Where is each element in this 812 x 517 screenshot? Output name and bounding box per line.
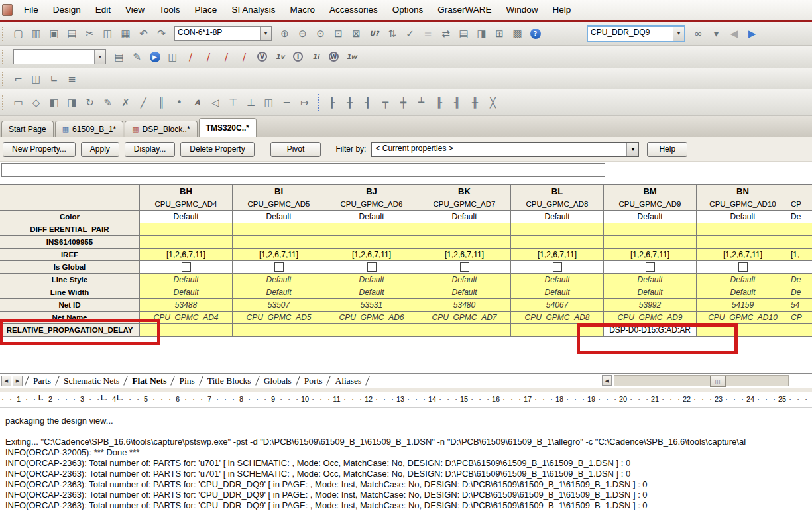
value-cell[interactable]: CPU_GPMC_AD7 bbox=[418, 312, 511, 324]
value-cell[interactable] bbox=[140, 223, 233, 236]
column-header-blank[interactable] bbox=[789, 185, 812, 198]
apply-button[interactable]: Apply bbox=[81, 142, 119, 157]
wire-tool-button[interactable]: ⌐ bbox=[10, 70, 27, 87]
column-header-bm[interactable]: BM bbox=[604, 185, 697, 198]
row-label-net-id[interactable]: Net ID bbox=[0, 299, 140, 312]
distribute-horizontal-button[interactable]: ╟ bbox=[431, 94, 447, 111]
cross-reference-button[interactable]: ⇄ bbox=[437, 25, 454, 42]
value-cell[interactable]: Default bbox=[233, 286, 325, 299]
mirror-vertical-button[interactable]: ◨ bbox=[64, 94, 80, 111]
value-cell[interactable] bbox=[604, 236, 697, 249]
value-cell[interactable]: CPU_GPMC_AD9 bbox=[604, 312, 697, 324]
value-cell[interactable]: [1,2,6,7,11] bbox=[511, 249, 604, 261]
value-cell[interactable]: 54067 bbox=[511, 299, 604, 312]
value-cell[interactable]: 53992 bbox=[604, 299, 697, 312]
tab-tms320c[interactable]: TMS320C..* bbox=[199, 118, 257, 137]
value-cell[interactable] bbox=[511, 223, 604, 236]
net-column-cpu-gpmc-ad7[interactable]: CPU_GPMC_AD7 bbox=[418, 198, 511, 211]
value-cell[interactable] bbox=[418, 223, 511, 236]
value-cell[interactable]: Default bbox=[697, 286, 789, 299]
value-cell[interactable] bbox=[233, 236, 325, 249]
sheet-tab-ports[interactable]: Ports bbox=[298, 376, 329, 386]
toolbar-grip[interactable] bbox=[2, 50, 6, 64]
print-button[interactable]: ▤ bbox=[64, 25, 80, 42]
menu-file[interactable]: File bbox=[17, 0, 46, 20]
value-cell[interactable] bbox=[604, 261, 697, 274]
net-column-cpu-gpmc-ad8[interactable]: CPU_GPMC_AD8 bbox=[511, 198, 604, 211]
cut-button[interactable]: ✂ bbox=[82, 25, 98, 42]
new-property-button[interactable]: New Property... bbox=[3, 142, 76, 157]
checkbox-unchecked[interactable] bbox=[274, 262, 284, 272]
simulation-profile-combo[interactable]: ▼ bbox=[13, 49, 106, 64]
application-icon[interactable] bbox=[2, 4, 13, 16]
value-cell[interactable]: Default bbox=[511, 274, 604, 286]
zoom-selection-button[interactable]: ◇ bbox=[28, 94, 44, 111]
rotate-button[interactable]: ↻ bbox=[82, 94, 98, 111]
voltage-marker-button[interactable]: ∕ bbox=[182, 48, 199, 65]
menu-design[interactable]: Design bbox=[46, 0, 88, 20]
menu-place[interactable]: Place bbox=[188, 0, 225, 20]
zoom-in-button[interactable]: ⊕ bbox=[276, 25, 293, 42]
annotate-button[interactable]: U? bbox=[366, 25, 382, 42]
checkbox-unchecked[interactable] bbox=[460, 262, 469, 272]
value-cell[interactable]: [1, bbox=[789, 249, 812, 261]
value-cell[interactable] bbox=[418, 324, 511, 337]
value-cell[interactable]: [1,2,6,7,11] bbox=[604, 249, 697, 261]
hscroll-thumb[interactable]: ||| bbox=[710, 376, 726, 387]
value-cell[interactable]: CPU_GPMC_AD5 bbox=[233, 312, 325, 324]
net-column-cpu-gpmc-ad9[interactable]: CPU_GPMC_AD9 bbox=[604, 198, 697, 211]
edit-properties-button[interactable]: ✎ bbox=[99, 94, 116, 111]
column-header-bj[interactable]: BJ bbox=[325, 185, 418, 198]
value-cell[interactable]: 53507 bbox=[233, 299, 325, 312]
value-cell[interactable]: CPU_GPMC_AD8 bbox=[511, 312, 604, 324]
value-cell[interactable]: Default bbox=[604, 286, 697, 299]
sheet-tab-globals[interactable]: Globals bbox=[258, 376, 298, 386]
align-middle-button[interactable]: ┿ bbox=[395, 94, 412, 111]
menu-accessories[interactable]: Accessories bbox=[322, 0, 385, 20]
place-block-button[interactable]: ◫ bbox=[261, 94, 277, 111]
tab-scroll-left-button[interactable]: ◀ bbox=[1, 376, 11, 386]
value-cell[interactable]: Default bbox=[418, 211, 511, 223]
part-combo[interactable]: CON-6*1-8P ▼ bbox=[174, 26, 272, 41]
layer-tool-button[interactable]: ≡ bbox=[64, 70, 80, 87]
value-cell[interactable]: [1,2,6,7,11] bbox=[233, 249, 325, 261]
snap-to-grid-button[interactable]: ⊞ bbox=[491, 25, 508, 42]
value-cell[interactable]: Default bbox=[140, 274, 233, 286]
align-right-button[interactable]: ┨ bbox=[359, 94, 376, 111]
value-cell[interactable] bbox=[789, 261, 812, 274]
value-cell[interactable]: Default bbox=[697, 274, 789, 286]
value-cell[interactable]: De bbox=[789, 211, 812, 223]
hscroll-track[interactable]: ||| bbox=[614, 375, 789, 386]
value-cell[interactable] bbox=[325, 236, 418, 249]
value-cell[interactable]: Default bbox=[697, 211, 789, 223]
distribute-vertical-button[interactable]: ╢ bbox=[449, 94, 465, 111]
value-cell[interactable]: Default bbox=[233, 274, 325, 286]
property-filter-input[interactable] bbox=[1, 163, 605, 177]
help-button[interactable]: ? bbox=[527, 25, 544, 42]
checkbox-unchecked[interactable] bbox=[646, 262, 655, 272]
toolbar-grip[interactable] bbox=[2, 72, 6, 86]
menu-edit[interactable]: Edit bbox=[88, 0, 118, 20]
value-cell[interactable]: [1,2,6,7,11] bbox=[418, 249, 511, 261]
value-cell[interactable]: Default bbox=[418, 274, 511, 286]
net-combo[interactable]: CPU_DDR_DQ9 ▼ bbox=[587, 25, 685, 42]
previous-page-button[interactable]: ◀ bbox=[726, 25, 742, 42]
bill-of-materials-button[interactable]: ▤ bbox=[455, 25, 472, 42]
align-bottom-button[interactable]: ┷ bbox=[413, 94, 430, 111]
session-log[interactable]: packaging the design view... Exiting... … bbox=[0, 408, 812, 517]
value-cell[interactable]: 54 bbox=[789, 299, 812, 312]
value-cell[interactable]: Default bbox=[604, 274, 697, 286]
net-column-cpu-gpmc-ad5[interactable]: CPU_GPMC_AD5 bbox=[233, 198, 325, 211]
bias-power-display-button[interactable]: W bbox=[325, 48, 342, 65]
place-bus-button[interactable]: ║ bbox=[153, 94, 170, 111]
place-wire-button[interactable]: ╱ bbox=[135, 94, 152, 111]
menu-tools[interactable]: Tools bbox=[152, 0, 188, 20]
menu-si-analysis[interactable]: SI Analysis bbox=[224, 0, 282, 20]
junction-tool-button[interactable]: ∟ bbox=[46, 70, 62, 87]
value-cell[interactable] bbox=[233, 324, 325, 337]
bias-power-toggle-button[interactable]: 1w bbox=[343, 48, 360, 65]
find-button[interactable]: ∞ bbox=[690, 25, 707, 42]
place-pin-button[interactable]: ─ bbox=[278, 94, 295, 111]
tab-dsp-block[interactable]: ▦DSP_Block..* bbox=[125, 121, 197, 137]
value-cell[interactable]: Default bbox=[140, 211, 233, 223]
